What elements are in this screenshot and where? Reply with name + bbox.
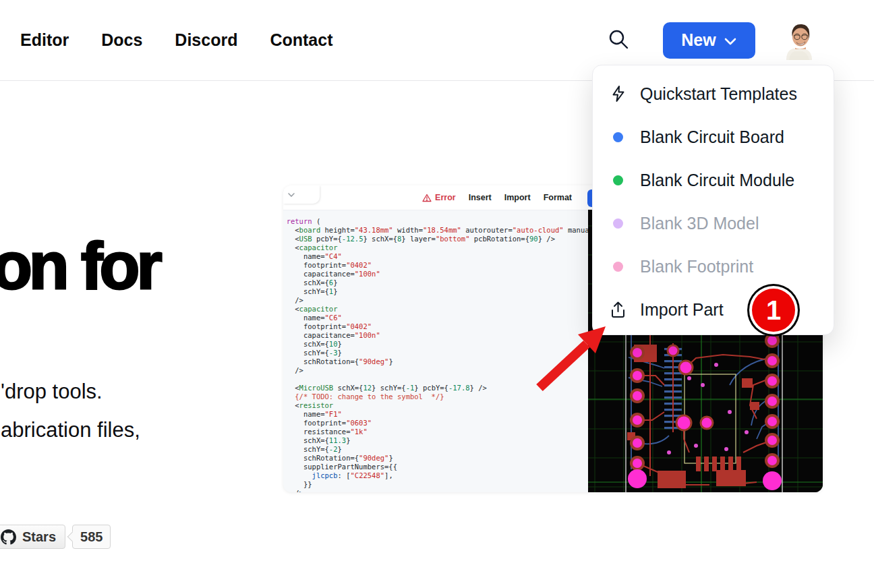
search-button[interactable] (606, 28, 631, 53)
new-button-label: New (681, 30, 716, 50)
error-label: Error (435, 193, 456, 202)
nav-item-contact[interactable]: Contact (270, 30, 332, 50)
menu-item-blank-footprint[interactable]: Blank Footprint (593, 245, 834, 288)
menu-item-blank-circuit-module[interactable]: Blank Circuit Module (593, 158, 834, 202)
menu-item-blank-circuit-board[interactable]: Blank Circuit Board (593, 115, 834, 158)
hero-heading-fragment: on for (0, 228, 159, 304)
code-content: return ( <board height="43.18mm" width="… (283, 217, 588, 492)
user-avatar[interactable] (780, 21, 817, 60)
hero-body-line-2: abrication files, (1, 411, 140, 449)
search-icon (607, 28, 630, 53)
format-button[interactable]: Format (544, 193, 572, 202)
new-button[interactable]: New (663, 22, 755, 59)
nav-item-discord[interactable]: Discord (175, 30, 237, 50)
blue-dot-icon (609, 132, 627, 142)
error-indicator[interactable]: Error (422, 193, 456, 202)
nav-item-docs[interactable]: Docs (101, 30, 142, 50)
code-editor[interactable]: return ( <board height="43.18mm" width="… (283, 210, 588, 492)
github-stars-label: Stars (22, 529, 56, 545)
github-stars-button[interactable]: Stars (0, 525, 65, 549)
upload-icon (609, 301, 627, 319)
menu-item-import-part[interactable]: Import Part (593, 288, 834, 331)
green-dot-icon (609, 175, 627, 185)
github-icon (1, 529, 16, 545)
menu-item-label: Blank Circuit Module (640, 171, 794, 190)
header-actions: New (606, 21, 817, 60)
menu-item-label: Import Part (640, 300, 724, 320)
menu-item-quickstart-templates[interactable]: Quickstart Templates (593, 72, 834, 115)
chevron-down-icon (724, 30, 737, 50)
editor-toolbar-items: Error Insert Import Format (283, 185, 588, 210)
main-nav: Editor Docs Discord Contact (20, 30, 333, 50)
github-stars-count[interactable]: 585 (72, 525, 111, 549)
hero-body-line-1: 'drop tools. (1, 372, 140, 411)
menu-item-label: Blank Footprint (640, 257, 753, 276)
menu-item-blank-3d-model[interactable]: Blank 3D Model (593, 202, 834, 245)
lightning-icon (609, 85, 627, 102)
warning-icon (422, 194, 432, 202)
menu-item-label: Blank 3D Model (640, 214, 759, 233)
annotation-step-badge: 1 (752, 289, 795, 332)
new-dropdown-menu: Quickstart Templates Blank Circuit Board… (592, 65, 834, 335)
menu-item-label: Blank Circuit Board (640, 127, 784, 147)
nav-item-editor[interactable]: Editor (20, 30, 69, 50)
pink-dot-icon (609, 262, 627, 272)
purple-dot-icon (609, 218, 627, 229)
hero-body-text: 'drop tools. abrication files, (1, 372, 140, 449)
menu-item-label: Quickstart Templates (640, 84, 797, 104)
github-stars-widget: Stars 585 (0, 525, 111, 549)
import-button[interactable]: Import (504, 193, 531, 202)
insert-button[interactable]: Insert (469, 193, 492, 202)
